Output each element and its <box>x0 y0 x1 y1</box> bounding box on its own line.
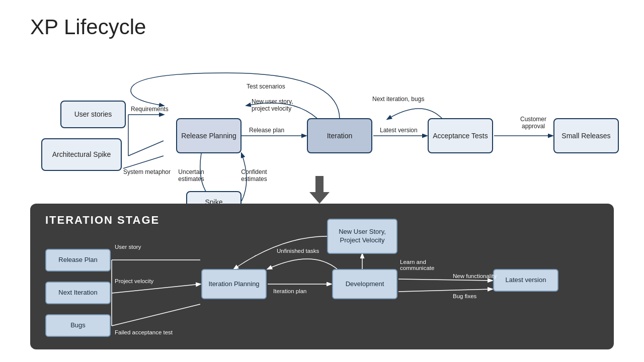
node-acceptance-tests: Acceptance Tests <box>428 118 493 153</box>
bottom-label-learn-communicate: Learn andcommunicate <box>400 259 450 271</box>
bottom-panel: ITERATION STAGE Release Plan <box>30 204 614 349</box>
top-diagram: User stories Architectural Spike Release… <box>30 40 634 201</box>
node-user-stories: User stories <box>60 101 126 128</box>
svg-line-13 <box>398 279 492 281</box>
big-down-arrow <box>309 176 330 204</box>
label-customer-approval: Customerapproval <box>513 116 553 130</box>
label-test-scenarios: Test scenarios <box>247 83 285 90</box>
bottom-label-failed-acceptance: Failed acceptance test <box>115 329 173 335</box>
node-iteration-planning: Iteration Planning <box>201 269 267 299</box>
node-release-plan: Release Plan <box>45 249 111 272</box>
bottom-label-iteration-plan: Iteration plan <box>273 288 307 294</box>
node-arch-spike: Architectural Spike <box>41 138 122 171</box>
label-latest-version: Latest version <box>380 127 418 134</box>
node-next-iteration: Next Iteration <box>45 282 111 304</box>
bottom-label-bug-fixes: Bug fixes <box>453 293 476 299</box>
svg-line-1 <box>128 141 164 156</box>
node-iteration: Iteration <box>307 118 372 153</box>
bottom-label-user-story: User story <box>115 244 141 250</box>
label-release-plan: Release plan <box>249 127 284 134</box>
iteration-stage-title: ITERATION STAGE <box>45 214 159 227</box>
svg-line-14 <box>398 289 492 292</box>
node-bugs: Bugs <box>45 314 111 337</box>
svg-marker-7 <box>309 176 330 204</box>
label-system-metaphor: System metaphor <box>123 168 171 175</box>
bottom-label-new-functionality: New functionality <box>453 273 497 279</box>
node-new-user-story: New User Story, Project Velocity <box>327 219 397 254</box>
node-latest-version: Latest version <box>493 269 558 292</box>
label-new-user-story: New user story,project velocity <box>252 98 312 112</box>
label-next-iteration-bugs: Next iteration, bugs <box>372 96 424 103</box>
bottom-label-project-velocity: Project velocity <box>115 278 153 284</box>
svg-line-11 <box>112 304 200 326</box>
node-small-releases: Small Releases <box>553 118 619 153</box>
bottom-label-unfinished-tasks: Unfinished tasks <box>277 248 319 254</box>
page-title: XP Lifecycle <box>30 15 146 39</box>
svg-line-3 <box>123 156 164 168</box>
label-uncertain-estimates: Uncertainestimates <box>171 168 211 183</box>
node-release-planning: Release Planning <box>176 118 242 153</box>
label-requirements: Requirements <box>131 106 169 113</box>
node-development: Development <box>332 269 397 299</box>
svg-line-10 <box>112 284 200 293</box>
label-confident-estimates: Confidentestimates <box>231 168 277 183</box>
